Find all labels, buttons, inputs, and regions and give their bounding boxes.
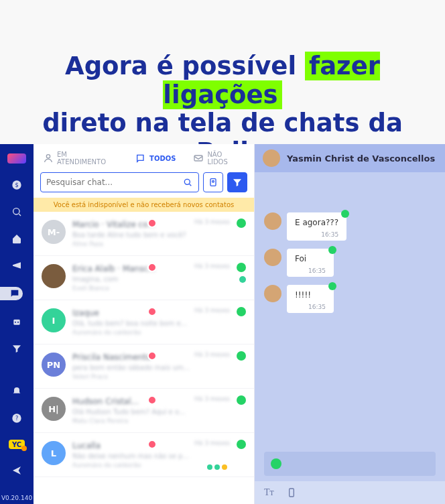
chat-panel: Yasmin Christ de Vasconcellos E agora???… [255,144,445,504]
svg-point-10 [184,179,190,184]
chat-header[interactable]: Yasmin Christ de Vasconcellos [255,144,445,172]
chat-icon[interactable] [0,287,23,300]
send-icon[interactable] [10,465,23,476]
message-text: !!!!! [295,290,326,300]
search-glass-icon [182,177,193,188]
user-badge[interactable]: YC [9,440,25,449]
search-box[interactable] [40,172,199,192]
whatsapp-icon [328,282,336,290]
chat-agent: Auromáro do caldeirão [72,329,246,336]
message-row: Foi16:35 [264,249,436,277]
filter-button[interactable] [227,172,247,192]
svg-point-8 [46,155,50,158]
message-avatar [264,249,281,266]
whatsapp-badge [237,307,246,316]
message-time: 16:35 [295,267,326,274]
whatsapp-badge [237,440,246,449]
svg-text:?: ? [15,416,18,422]
svg-rect-9 [194,155,202,161]
message-row: !!!!!16:35 [264,285,436,313]
status-dot [147,307,157,316]
bell-icon[interactable] [10,386,23,397]
search-input[interactable] [46,178,182,187]
message-avatar [264,212,281,230]
chat-preview: Não deixe nenhum mas não se p... [72,452,246,460]
help-icon[interactable]: ? [10,413,23,424]
whatsapp-badge [237,351,246,361]
message-bubble: E agora???16:35 [287,212,346,241]
avatar: I [42,308,66,332]
chat-list-item[interactable]: H|Hudson Cristal...Olá Hudson Tudo bem? … [34,389,254,433]
message-bubble: Foi16:35 [287,249,334,277]
tab-todos[interactable]: TODOS [135,151,176,166]
chat-list-item[interactable]: PNPriscila Nascimentopera bom então sába… [34,344,254,389]
chat-list-item[interactable]: LLucallaNão deixe nenhum mas não se p...… [34,433,254,477]
chat-list-panel: EM ATENDIMENTO TODOS NÃO LIDOS Você está… [34,144,255,504]
svg-text:$: $ [15,182,18,188]
avatar: L [42,441,66,465]
avatar [42,264,66,288]
contact-button[interactable] [203,172,223,192]
status-dot [147,263,157,272]
chat-time: Há 3 meses [194,440,230,446]
status-dot [147,395,157,405]
whatsapp-badge [237,263,246,272]
status-dot [147,218,157,228]
chat-preview: Boa tarde Aline tudo bem e você? [72,231,246,239]
chat-time: Há 3 meses [194,263,230,269]
svg-point-12 [212,180,214,182]
online-dot [239,276,246,283]
whatsapp-badge [237,395,246,405]
contact-name: Yasmin Christ de Vasconcellos [287,153,435,164]
version-label: V0.20.140 [1,492,32,504]
app-logo [7,153,26,164]
whatsapp-icon [271,458,281,469]
chat-agent: Aline Paza [72,241,246,247]
home-icon[interactable] [10,233,23,244]
message-time: 16:35 [295,231,338,238]
tab-em-atendimento[interactable]: EM ATENDIMENTO [43,151,118,166]
filter-icon[interactable] [10,343,23,354]
chat-preview: pera bom então sábado mais um... [72,364,246,371]
svg-point-5 [17,322,19,323]
bot-icon[interactable] [10,316,23,327]
svg-rect-3 [13,320,19,325]
message-text: Foi [295,254,326,263]
chat-list-item[interactable]: IIzaqueOlá, tudo bem? boa noite bom e...… [34,300,254,344]
status-dot [147,440,157,449]
chat-agent: Matu Clara Pereira [72,418,246,424]
text-format-icon[interactable]: Tт [264,487,274,498]
chat-preview: Olá, tudo bem? boa noite bom e... [72,320,246,327]
avatar: M- [42,220,66,244]
chat-preview: Olá Hudson Tudo bem? Aqui e o... [72,408,246,416]
megaphone-icon[interactable] [10,260,23,271]
svg-rect-13 [289,489,294,497]
avatar: H| [42,397,66,421]
list-tabs: EM ATENDIMENTO TODOS NÃO LIDOS [34,144,254,172]
whatsapp-icon [328,246,336,254]
svg-point-4 [15,322,16,323]
unavailable-banner: Você está indisponível e não receberá no… [34,198,254,212]
phone-icon[interactable] [286,487,297,498]
contact-avatar [263,149,280,167]
tab-nao-lidos[interactable]: NÃO LIDOS [193,151,245,166]
audio-bar[interactable] [264,452,436,476]
whatsapp-badge [237,218,246,228]
chat-agent: Eveli Bianca [72,285,246,292]
headline-p1: Agora é possível [65,52,305,80]
message-input-bar[interactable]: Tт [255,481,445,504]
chat-preview: Imagina, com [72,275,246,283]
chat-list-item[interactable]: M-Marcio · Vitalize co...Boa tarde Aline… [34,212,254,256]
status-dot [147,351,157,361]
message-avatar [264,285,281,302]
chat-time: Há 3 meses [194,218,230,225]
avatar: PN [42,353,66,377]
message-time: 16:35 [295,304,326,310]
whatsapp-icon [341,210,349,218]
message-bubble: !!!!!16:35 [287,285,334,313]
chat-list-item[interactable]: Erica Alaíb · Mansc...Imagina, comEveli … [34,256,254,300]
chat-agent: Veleri Prace [72,373,246,380]
search-icon[interactable] [10,206,23,217]
message-text: E agora??? [295,218,338,227]
money-icon[interactable]: $ [10,180,23,190]
